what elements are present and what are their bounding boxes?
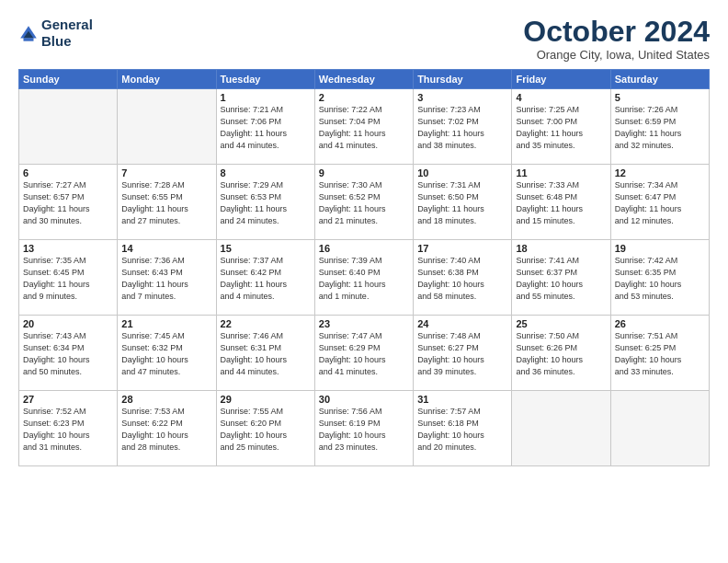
week-row-4: 27Sunrise: 7:52 AM Sunset: 6:23 PM Dayli…: [19, 391, 710, 466]
week-row-2: 13Sunrise: 7:35 AM Sunset: 6:45 PM Dayli…: [19, 240, 710, 316]
day-number: 1: [221, 92, 311, 103]
day-number: 18: [516, 243, 606, 254]
day-info: Sunrise: 7:43 AM Sunset: 6:34 PM Dayligh…: [23, 330, 113, 378]
day-number: 27: [23, 394, 113, 405]
day-info: Sunrise: 7:26 AM Sunset: 6:59 PM Dayligh…: [615, 104, 705, 152]
day-cell-7: 7Sunrise: 7:28 AM Sunset: 6:55 PM Daylig…: [118, 165, 216, 240]
logo-icon: [18, 24, 39, 44]
header-row: SundayMondayTuesdayWednesdayThursdayFrid…: [19, 70, 710, 89]
day-number: 29: [221, 394, 311, 405]
day-cell-20: 20Sunrise: 7:43 AM Sunset: 6:34 PM Dayli…: [19, 316, 118, 391]
day-info: Sunrise: 7:40 AM Sunset: 6:38 PM Dayligh…: [417, 255, 507, 303]
day-info: Sunrise: 7:28 AM Sunset: 6:55 PM Dayligh…: [121, 179, 211, 227]
empty-cell: [512, 391, 610, 466]
day-number: 9: [319, 167, 409, 178]
week-row-3: 20Sunrise: 7:43 AM Sunset: 6:34 PM Dayli…: [19, 316, 710, 391]
day-cell-14: 14Sunrise: 7:36 AM Sunset: 6:43 PM Dayli…: [118, 240, 216, 316]
day-number: 4: [516, 92, 606, 103]
day-header-monday: Monday: [118, 70, 216, 89]
day-info: Sunrise: 7:27 AM Sunset: 6:57 PM Dayligh…: [23, 179, 113, 227]
day-number: 31: [417, 394, 507, 405]
day-number: 22: [221, 318, 311, 329]
day-info: Sunrise: 7:48 AM Sunset: 6:27 PM Dayligh…: [417, 330, 507, 378]
day-info: Sunrise: 7:21 AM Sunset: 7:06 PM Dayligh…: [221, 104, 311, 152]
day-info: Sunrise: 7:41 AM Sunset: 6:37 PM Dayligh…: [516, 255, 606, 303]
day-cell-28: 28Sunrise: 7:53 AM Sunset: 6:22 PM Dayli…: [118, 391, 216, 466]
week-row-1: 6Sunrise: 7:27 AM Sunset: 6:57 PM Daylig…: [19, 165, 710, 240]
day-header-friday: Friday: [512, 70, 610, 89]
week-row-0: 1Sunrise: 7:21 AM Sunset: 7:06 PM Daylig…: [19, 89, 710, 165]
day-header-wednesday: Wednesday: [314, 70, 413, 89]
day-info: Sunrise: 7:34 AM Sunset: 6:47 PM Dayligh…: [615, 179, 705, 227]
day-number: 25: [516, 318, 606, 329]
empty-cell: [610, 391, 709, 466]
day-cell-5: 5Sunrise: 7:26 AM Sunset: 6:59 PM Daylig…: [610, 89, 709, 165]
location: Orange City, Iowa, United States: [523, 48, 710, 62]
day-number: 14: [121, 243, 211, 254]
day-cell-1: 1Sunrise: 7:21 AM Sunset: 7:06 PM Daylig…: [216, 89, 314, 165]
day-number: 20: [23, 318, 113, 329]
day-number: 13: [23, 243, 113, 254]
day-info: Sunrise: 7:53 AM Sunset: 6:22 PM Dayligh…: [121, 406, 211, 454]
day-cell-10: 10Sunrise: 7:31 AM Sunset: 6:50 PM Dayli…: [414, 165, 512, 240]
day-number: 7: [121, 167, 211, 178]
day-number: 8: [221, 167, 311, 178]
day-info: Sunrise: 7:37 AM Sunset: 6:42 PM Dayligh…: [221, 255, 311, 303]
day-info: Sunrise: 7:56 AM Sunset: 6:19 PM Dayligh…: [319, 406, 409, 454]
day-number: 3: [417, 92, 507, 103]
day-info: Sunrise: 7:22 AM Sunset: 7:04 PM Dayligh…: [319, 104, 409, 152]
day-number: 23: [319, 318, 409, 329]
day-info: Sunrise: 7:39 AM Sunset: 6:40 PM Dayligh…: [319, 255, 409, 303]
day-info: Sunrise: 7:23 AM Sunset: 7:02 PM Dayligh…: [417, 104, 507, 152]
day-cell-22: 22Sunrise: 7:46 AM Sunset: 6:31 PM Dayli…: [216, 316, 314, 391]
day-cell-9: 9Sunrise: 7:30 AM Sunset: 6:52 PM Daylig…: [314, 165, 413, 240]
day-cell-8: 8Sunrise: 7:29 AM Sunset: 6:53 PM Daylig…: [216, 165, 314, 240]
day-info: Sunrise: 7:46 AM Sunset: 6:31 PM Dayligh…: [221, 330, 311, 378]
day-cell-12: 12Sunrise: 7:34 AM Sunset: 6:47 PM Dayli…: [610, 165, 709, 240]
day-cell-16: 16Sunrise: 7:39 AM Sunset: 6:40 PM Dayli…: [314, 240, 413, 316]
header: General Blue October 2024 Orange City, I…: [18, 17, 710, 62]
day-header-tuesday: Tuesday: [216, 70, 314, 89]
day-cell-24: 24Sunrise: 7:48 AM Sunset: 6:27 PM Dayli…: [414, 316, 512, 391]
day-cell-19: 19Sunrise: 7:42 AM Sunset: 6:35 PM Dayli…: [610, 240, 709, 316]
day-number: 11: [516, 167, 606, 178]
day-number: 16: [319, 243, 409, 254]
day-cell-2: 2Sunrise: 7:22 AM Sunset: 7:04 PM Daylig…: [314, 89, 413, 165]
day-info: Sunrise: 7:30 AM Sunset: 6:52 PM Dayligh…: [319, 179, 409, 227]
day-info: Sunrise: 7:31 AM Sunset: 6:50 PM Dayligh…: [417, 179, 507, 227]
day-number: 28: [121, 394, 211, 405]
logo: General Blue: [18, 17, 93, 50]
day-info: Sunrise: 7:45 AM Sunset: 6:32 PM Dayligh…: [121, 330, 211, 378]
day-number: 26: [615, 318, 705, 329]
day-cell-18: 18Sunrise: 7:41 AM Sunset: 6:37 PM Dayli…: [512, 240, 610, 316]
day-number: 15: [221, 243, 311, 254]
day-cell-23: 23Sunrise: 7:47 AM Sunset: 6:29 PM Dayli…: [314, 316, 413, 391]
logo-text: General Blue: [41, 17, 93, 50]
day-cell-27: 27Sunrise: 7:52 AM Sunset: 6:23 PM Dayli…: [19, 391, 118, 466]
day-number: 5: [615, 92, 705, 103]
day-cell-13: 13Sunrise: 7:35 AM Sunset: 6:45 PM Dayli…: [19, 240, 118, 316]
day-info: Sunrise: 7:42 AM Sunset: 6:35 PM Dayligh…: [615, 255, 705, 303]
day-info: Sunrise: 7:33 AM Sunset: 6:48 PM Dayligh…: [516, 179, 606, 227]
day-header-sunday: Sunday: [19, 70, 118, 89]
day-number: 24: [417, 318, 507, 329]
day-cell-15: 15Sunrise: 7:37 AM Sunset: 6:42 PM Dayli…: [216, 240, 314, 316]
day-header-thursday: Thursday: [414, 70, 512, 89]
day-cell-29: 29Sunrise: 7:55 AM Sunset: 6:20 PM Dayli…: [216, 391, 314, 466]
day-number: 30: [319, 394, 409, 405]
day-info: Sunrise: 7:36 AM Sunset: 6:43 PM Dayligh…: [121, 255, 211, 303]
empty-cell: [118, 89, 216, 165]
calendar: SundayMondayTuesdayWednesdayThursdayFrid…: [18, 69, 710, 466]
day-info: Sunrise: 7:57 AM Sunset: 6:18 PM Dayligh…: [417, 406, 507, 454]
month-title: October 2024: [523, 17, 710, 46]
svg-rect-2: [24, 38, 34, 40]
empty-cell: [19, 89, 118, 165]
day-info: Sunrise: 7:25 AM Sunset: 7:00 PM Dayligh…: [516, 104, 606, 152]
day-number: 17: [417, 243, 507, 254]
day-number: 10: [417, 167, 507, 178]
day-cell-17: 17Sunrise: 7:40 AM Sunset: 6:38 PM Dayli…: [414, 240, 512, 316]
day-cell-30: 30Sunrise: 7:56 AM Sunset: 6:19 PM Dayli…: [314, 391, 413, 466]
day-info: Sunrise: 7:50 AM Sunset: 6:26 PM Dayligh…: [516, 330, 606, 378]
day-number: 2: [319, 92, 409, 103]
day-number: 12: [615, 167, 705, 178]
